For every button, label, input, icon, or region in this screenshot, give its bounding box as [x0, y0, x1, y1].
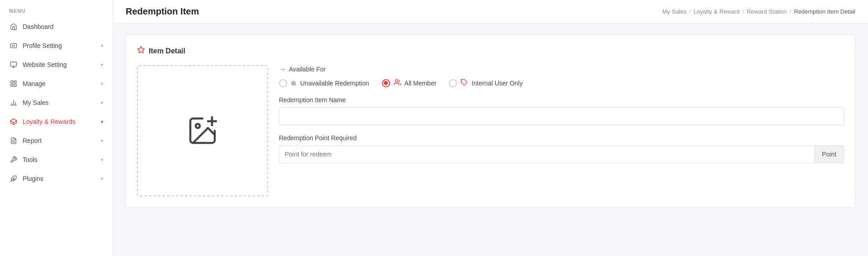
sidebar-item-report[interactable]: Report ▾ — [0, 131, 113, 150]
sidebar-item-label: My Sales — [23, 99, 49, 106]
point-addon: Point — [814, 145, 844, 163]
upload-icon — [186, 114, 219, 147]
home-icon — [9, 22, 18, 31]
sidebar-item-profile-setting[interactable]: Profile Setting ▾ — [0, 36, 113, 55]
page-title: Redemption Item — [126, 6, 199, 17]
svg-rect-11 — [14, 84, 16, 86]
point-required-label: Redemption Point Required — [279, 134, 844, 142]
available-for-label: → Available For — [279, 65, 844, 73]
sidebar-item-label: Manage — [23, 80, 46, 87]
radio-label-all-member: All Member — [405, 80, 437, 87]
chevron-down-icon: ▾ — [101, 43, 104, 49]
block-icon: ⊗ — [291, 79, 297, 87]
sidebar-item-dashboard[interactable]: Dashboard — [0, 17, 113, 36]
sidebar-item-loyalty-rewards[interactable]: Loyalty & Rewards ▾ — [0, 112, 113, 131]
chevron-down-icon: ▾ — [101, 119, 104, 125]
sidebar-item-plugins[interactable]: Plugins ▾ — [0, 169, 113, 188]
sidebar-item-manage[interactable]: Manage ▾ — [0, 74, 113, 93]
radio-circle-internal — [449, 79, 457, 87]
svg-point-25 — [196, 124, 200, 128]
svg-rect-0 — [10, 43, 16, 47]
sidebar-item-label: Plugins — [23, 175, 43, 182]
tag-icon — [461, 79, 468, 87]
sidebar-item-my-sales[interactable]: My Sales ▾ — [0, 93, 113, 112]
chart-bar-icon — [9, 98, 18, 107]
sidebar-item-label: Loyalty & Rewards — [23, 118, 75, 125]
radio-circle-unavailable — [279, 79, 287, 87]
breadcrumb-sep-3: / — [790, 8, 792, 15]
chevron-down-icon: ▾ — [101, 62, 104, 68]
breadcrumb-sep-1: / — [689, 8, 691, 15]
chevron-down-icon: ▾ — [101, 157, 104, 163]
item-detail-icon — [137, 46, 145, 56]
sidebar-item-website-setting[interactable]: Website Setting ▾ — [0, 55, 113, 74]
card-title-row: Item Detail — [137, 46, 844, 56]
sidebar-item-label: Dashboard — [23, 23, 54, 30]
radio-label-internal: Internal User Only — [472, 80, 523, 87]
svg-rect-5 — [10, 62, 16, 66]
sidebar-item-label: Website Setting — [23, 61, 67, 68]
group-icon — [394, 79, 401, 87]
form-row: → Available For ⊗ Unavailable Redemption — [137, 65, 844, 196]
breadcrumb-my-sales[interactable]: My Sales — [662, 8, 686, 15]
breadcrumb-current: Redemption Item Detail — [794, 8, 855, 15]
chevron-down-icon: ▾ — [101, 81, 104, 87]
monitor-icon — [9, 60, 18, 69]
sidebar-item-label: Profile Setting — [23, 42, 62, 49]
breadcrumb-reward-station[interactable]: Reward Station — [747, 8, 787, 15]
radio-all-member[interactable]: All Member — [382, 79, 437, 87]
radio-unavailable[interactable]: ⊗ Unavailable Redemption — [279, 79, 369, 87]
item-name-input[interactable] — [279, 107, 844, 125]
card-title: Item Detail — [149, 47, 185, 55]
svg-point-26 — [395, 80, 397, 82]
image-upload-box[interactable] — [137, 65, 268, 196]
breadcrumb-loyalty-reward[interactable]: Loyalty & Reward — [693, 8, 740, 15]
id-card-icon — [9, 41, 18, 50]
breadcrumb-sep-2: / — [742, 8, 744, 15]
radio-group: ⊗ Unavailable Redemption All Member — [279, 79, 844, 87]
sidebar-item-label: Report — [23, 137, 42, 144]
gem-icon — [9, 117, 18, 126]
breadcrumb: My Sales / Loyalty & Reward / Reward Sta… — [662, 8, 855, 15]
page-header: Redemption Item My Sales / Loyalty & Rew… — [113, 0, 868, 24]
form-fields: → Available For ⊗ Unavailable Redemption — [279, 65, 844, 163]
sidebar: MENU Dashboard Profile Setting ▾ Website… — [0, 0, 113, 256]
grid-icon — [9, 79, 18, 88]
item-detail-card: Item Detail — [126, 34, 855, 208]
radio-internal-user[interactable]: Internal User Only — [449, 79, 523, 87]
svg-rect-10 — [11, 84, 13, 86]
point-input-group: Point — [279, 145, 844, 163]
svg-point-4 — [12, 46, 13, 46]
chevron-down-icon: ▾ — [101, 100, 104, 106]
tools-icon — [9, 155, 18, 164]
chevron-down-icon: ▾ — [101, 138, 104, 144]
svg-marker-22 — [138, 47, 145, 53]
report-icon — [9, 136, 18, 145]
chevron-down-icon: ▾ — [101, 176, 104, 182]
available-for-section: → Available For ⊗ Unavailable Redemption — [279, 65, 844, 87]
svg-rect-9 — [14, 81, 16, 83]
item-name-field-group: Redemption Item Name — [279, 96, 844, 125]
menu-label: MENU — [0, 0, 113, 17]
radio-circle-all-member — [382, 79, 390, 87]
item-name-label: Redemption Item Name — [279, 96, 844, 104]
sidebar-item-label: Tools — [23, 156, 38, 163]
svg-rect-8 — [11, 81, 13, 83]
point-required-field-group: Redemption Point Required Point — [279, 134, 844, 163]
puzzle-icon — [9, 174, 18, 183]
radio-label-unavailable: Unavailable Redemption — [300, 80, 369, 87]
arrow-icon: → — [279, 65, 286, 73]
main-content: Redemption Item My Sales / Loyalty & Rew… — [113, 0, 868, 256]
sidebar-item-tools[interactable]: Tools ▾ — [0, 150, 113, 169]
point-required-input[interactable] — [279, 145, 814, 163]
content-area: Item Detail — [113, 24, 868, 218]
